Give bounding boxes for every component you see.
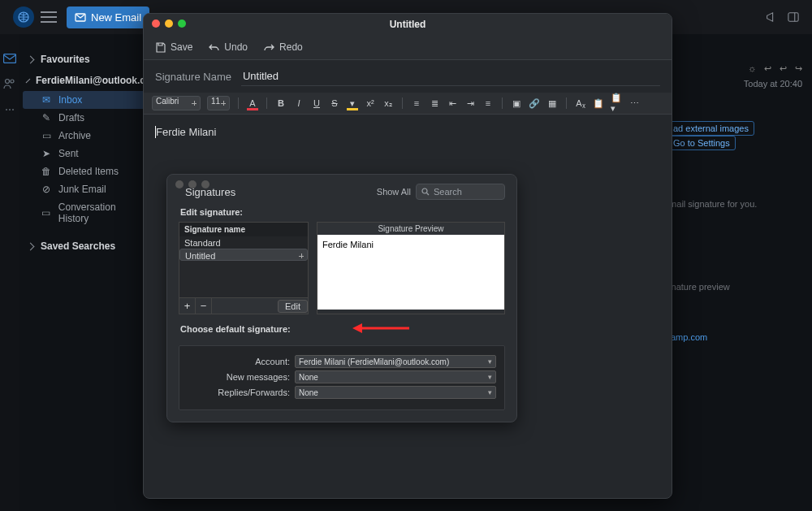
editor-body[interactable]: Ferdie Milani — [144, 115, 672, 149]
account-select[interactable]: Ferdie Milani (FerdieMilani@outlook.com) — [295, 355, 496, 368]
download-images-pill[interactable]: ad external images — [667, 121, 754, 136]
redo-button[interactable]: Redo — [264, 41, 303, 53]
account-section[interactable]: FerdieMilani@outlook.co — [23, 70, 153, 91]
reply-icon[interactable]: ↩ — [764, 63, 771, 74]
inbox-icon: ✉ — [41, 94, 52, 106]
numberlist-icon[interactable]: ≣ — [429, 97, 440, 109]
forward-icon[interactable]: ↪ — [795, 63, 802, 74]
search-placeholder: Search — [434, 187, 462, 197]
svg-line-8 — [427, 193, 430, 196]
hamburger-icon[interactable] — [41, 11, 57, 23]
sent-icon: ➤ — [41, 148, 52, 159]
preview-header: Signature Preview — [317, 223, 504, 235]
signature-editor-window: Untitled Save Undo Redo Signature Name U… — [143, 13, 672, 499]
signature-name-row: Signature Name Untitled — [144, 60, 672, 93]
replies-select[interactable]: None — [295, 386, 496, 399]
body-link[interactable]: klamp.com — [664, 332, 802, 342]
signature-list: Signature name Standard Untitled + − Edi… — [179, 222, 309, 314]
people-icon[interactable] — [3, 78, 16, 89]
subscript-icon[interactable]: x₂ — [382, 97, 394, 109]
sidebar-item-convhistory[interactable]: ▭Conversation History — [23, 198, 153, 227]
panel-icon[interactable] — [788, 11, 799, 23]
bold-icon[interactable]: B — [275, 97, 287, 109]
close-dot[interactable] — [152, 19, 160, 28]
add-signature-button[interactable]: + — [179, 298, 196, 314]
pref-window-controls — [175, 180, 209, 188]
svg-point-5 — [6, 80, 10, 84]
sidebar-item-inbox[interactable]: ✉Inbox — [23, 91, 153, 109]
sidebar-item-drafts[interactable]: ✎Drafts — [23, 109, 153, 127]
zoom-dot[interactable] — [178, 19, 186, 28]
saved-searches-section[interactable]: Saved Searches — [23, 236, 153, 257]
mail-icon[interactable] — [3, 54, 16, 63]
signature-name-input[interactable]: Untitled — [241, 67, 660, 86]
replies-label: Replies/Forwards: — [188, 388, 290, 397]
sidebar-item-archive[interactable]: ▭Archive — [23, 127, 153, 145]
clearfmt-icon[interactable]: Aᵪ — [575, 97, 586, 109]
signature-list-empty — [179, 261, 308, 297]
favourites-section[interactable]: Favourites — [23, 49, 153, 70]
paste-icon[interactable]: 📋▾ — [611, 97, 622, 109]
signature-preview: Signature Preview Ferdie Milani — [317, 222, 505, 314]
pref-min-dot[interactable] — [188, 180, 197, 188]
svg-rect-2 — [788, 13, 798, 22]
drafts-icon: ✎ — [41, 112, 52, 123]
sun-icon[interactable]: ☼ — [748, 63, 756, 74]
edit-signature-button[interactable]: Edit — [278, 300, 308, 313]
outdent-icon[interactable]: ⇤ — [447, 97, 458, 109]
more-icon[interactable]: ⋯ — [5, 104, 15, 115]
replyall-icon[interactable]: ↩ — [780, 63, 787, 74]
archive-icon: ▭ — [41, 130, 52, 141]
default-signature-box: Account: Ferdie Milani (FerdieMilani@out… — [179, 345, 505, 410]
indent-icon[interactable]: ⇥ — [464, 97, 476, 109]
newmessages-label: New messages: — [188, 372, 290, 382]
picture-icon[interactable]: ▣ — [511, 97, 522, 109]
minimize-dot[interactable] — [165, 19, 173, 28]
sidebar-item-sent[interactable]: ➤Sent — [23, 145, 153, 162]
signature-row-standard[interactable]: Standard — [179, 236, 308, 249]
new-email-label: New Email — [91, 11, 141, 24]
link-icon[interactable]: 🔗 — [529, 97, 540, 109]
editor-toolbar-primary: Save Undo Redo — [144, 35, 672, 59]
remove-signature-button[interactable]: − — [196, 298, 212, 314]
body-fragment-1: email signature for you. — [664, 199, 802, 209]
bulletlist-icon[interactable]: ≡ — [411, 97, 422, 109]
underline-icon[interactable]: U — [311, 97, 322, 109]
signature-name-label: Signature Name — [155, 71, 231, 83]
more-format-icon[interactable]: ⋯ — [628, 97, 640, 109]
undo-button[interactable]: Undo — [209, 41, 248, 53]
left-rail: ⋯ — [0, 34, 19, 511]
highlight-icon[interactable]: ▾ — [347, 97, 358, 109]
font-select[interactable]: Calibri — [152, 96, 201, 110]
new-email-button[interactable]: New Email — [67, 6, 149, 28]
folder-sidebar: Favourites FerdieMilani@outlook.co ✉Inbo… — [23, 49, 153, 257]
italic-icon[interactable]: I — [293, 97, 304, 109]
pref-zoom-dot[interactable] — [201, 180, 209, 188]
reading-pane: ☼ ↩ ↩ ↪ Today at 20:40 ad external image… — [664, 63, 802, 342]
strike-icon[interactable]: S — [329, 97, 340, 109]
sidebar-item-junk[interactable]: ⊘Junk Email — [23, 180, 153, 198]
folder-icon: ▭ — [41, 207, 52, 219]
pref-search-input[interactable]: Search — [416, 184, 505, 200]
trash-icon: 🗑 — [41, 166, 52, 177]
editor-titlebar: Untitled — [144, 14, 672, 35]
body-text: Ferdie Milani — [155, 126, 216, 138]
show-all-button[interactable]: Show All — [377, 187, 411, 197]
announce-icon[interactable] — [765, 11, 776, 23]
clipboard-icon[interactable]: 📋 — [593, 97, 604, 109]
signature-row-untitled[interactable]: Untitled — [179, 249, 308, 261]
fontcolor-icon[interactable]: A — [247, 97, 258, 109]
sidebar-item-deleted[interactable]: 🗑Deleted Items — [23, 162, 153, 180]
save-button[interactable]: Save — [155, 41, 192, 53]
junk-icon: ⊘ — [41, 184, 52, 195]
preview-body: Ferdie Milani — [317, 235, 504, 310]
pref-close-dot[interactable] — [175, 180, 184, 188]
svg-point-6 — [11, 80, 14, 83]
superscript-icon[interactable]: x² — [365, 97, 376, 109]
fontsize-select[interactable]: 11 — [207, 96, 230, 110]
newmessages-select[interactable]: None — [295, 370, 496, 383]
go-to-settings-pill[interactable]: Go to Settings — [667, 136, 736, 150]
table-icon[interactable]: ▦ — [546, 97, 558, 109]
align-icon[interactable]: ≡ — [482, 97, 494, 109]
signature-list-header: Signature name — [179, 223, 308, 236]
